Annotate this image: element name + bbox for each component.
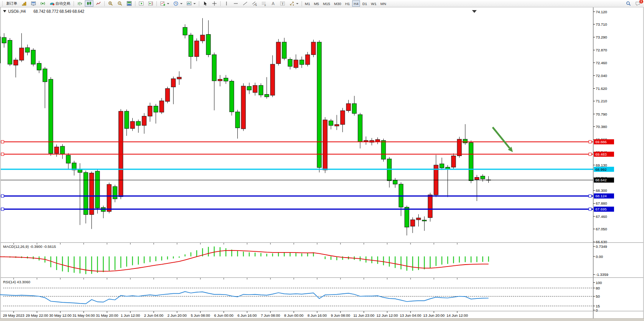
dropdown-caret [296,3,298,4]
svg-text:E: E [255,4,257,6]
vertical-line-button[interactable] [222,0,231,7]
zoom-in-icon [108,1,113,6]
zoom-out-button[interactable] [116,0,124,7]
timeframe-button-M15[interactable]: M15 [321,0,332,7]
chart-symbol-title: USOil-,H4 [8,9,26,14]
timeframe-button-H1[interactable]: H1 [344,0,351,7]
equidistant-channel-icon: E [252,1,257,6]
fibonacci-button[interactable]: F [260,0,268,7]
window-resize-strip [0,318,644,321]
horizontal-line-button[interactable] [232,0,240,7]
market-watch-button[interactable] [20,0,28,7]
timeframe-button-W1[interactable]: W1 [369,0,378,7]
toolbar-grip [2,1,4,6]
arrows-shapes-icon [289,1,295,6]
new-order-button[interactable]: 新订单 [5,0,19,7]
svg-text:F: F [265,4,266,7]
trendline-button[interactable] [241,0,249,7]
crosshair-icon [212,1,217,6]
dropdown-caret [193,3,196,4]
auto-scroll-icon [139,1,144,6]
toolbar: 新订单 自动交易 [0,0,644,7]
text-label-icon: T [280,1,285,6]
zoom-out-icon [117,1,123,6]
navigator-icon [40,1,46,6]
search-button[interactable] [624,0,633,7]
timeframe-button-D1[interactable]: D1 [361,0,369,7]
tile-windows-icon [126,1,132,6]
chart-shift-button[interactable] [146,0,155,7]
notifications-button[interactable]: 1 [633,0,642,7]
periods-button[interactable] [172,0,184,7]
auto-trading-icon [49,1,55,6]
timeframe-button-MN[interactable]: MN [379,0,388,7]
auto-trading-label: 自动交易 [56,1,70,6]
zoom-in-button[interactable] [106,0,115,7]
svg-text:T: T [281,2,284,6]
toolbar-separator [199,1,199,6]
search-icon [626,1,631,6]
tile-windows-button[interactable] [125,0,133,7]
indicators-icon [160,1,165,6]
rsi-label: RSI(14) 43.3060 [3,280,30,284]
templates-button[interactable] [185,0,197,7]
text-icon: A [270,1,276,6]
line-chart-icon [96,1,101,6]
dropdown-caret [167,3,169,4]
timeframe-group: M1M5M15M30H1H4D1W1MN [303,0,388,7]
vertical-line-icon [224,1,229,6]
cursor-button[interactable] [201,0,209,7]
text-button[interactable]: A [269,0,277,7]
timeframe-button-M5[interactable]: M5 [312,0,321,7]
timeframe-button-M30[interactable]: M30 [332,0,342,7]
timeframe-button-H4[interactable]: H4 [352,0,360,7]
market-watch-icon [21,1,27,6]
indicators-button[interactable] [158,0,171,7]
chart-canvas[interactable]: 74.12073.71073.29072.87072.46072.04071.6… [0,0,644,321]
templates-icon [186,1,192,6]
channel-button[interactable]: E [250,0,259,7]
periods-clock-icon [173,1,179,6]
bar-chart-icon [77,1,82,6]
text-label-button[interactable]: T [278,0,287,7]
toolbar-separator [104,1,105,6]
navigator-button[interactable] [39,0,47,7]
auto-trading-button[interactable]: 自动交易 [48,0,72,7]
dropdown-caret [180,3,182,4]
candlestick-chart-icon [86,1,92,6]
time-axis[interactable] [1,311,593,318]
data-window-button[interactable] [29,0,38,7]
toolbar-separator [74,1,74,6]
notification-badge: 1 [639,0,643,4]
macd-label: MACD(12,26,9) -0.3900 -0.5615 [3,244,56,249]
new-order-label: 新订单 [6,1,18,6]
trendline-icon [242,1,248,6]
cursor-arrow-icon [202,1,208,6]
toolbar-separator [135,1,135,6]
bar-chart-button[interactable] [75,0,84,7]
toolbar-separator [156,1,157,6]
toolbar-separator [220,1,221,6]
arrows-shapes-button[interactable] [288,0,300,7]
horizontal-line-icon [233,1,239,6]
chart-ohlc-values: 68.742 68.772 68.549 68.642 [33,9,84,14]
data-window-icon [31,1,36,6]
toolbar-separator [302,1,302,6]
trading-terminal: 新订单 自动交易 [0,0,644,321]
timeframe-button-M1[interactable]: M1 [304,0,312,7]
chart-shift-icon [148,1,153,6]
line-chart-button[interactable] [94,0,103,7]
candlestick-chart-button[interactable] [85,0,93,7]
auto-scroll-button[interactable] [137,0,146,7]
chart-background [0,7,644,319]
fibonacci-icon: F [261,1,267,6]
crosshair-button[interactable] [210,0,219,7]
svg-text:A: A [272,1,275,6]
price-axis[interactable] [593,7,643,311]
